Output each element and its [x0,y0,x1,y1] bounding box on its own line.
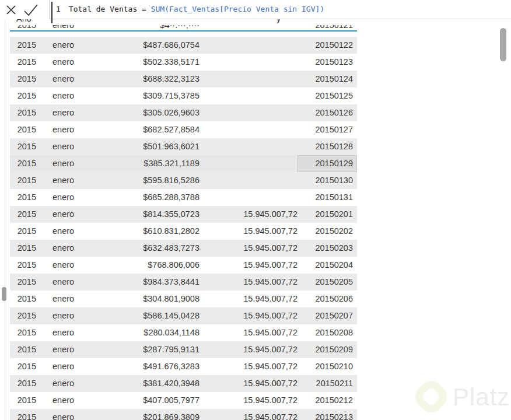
cell-ano[interactable]: 2015 [10,138,36,155]
cell-venta[interactable]: $305.026,9603 [88,104,200,121]
cell-mes[interactable]: enero [52,257,88,274]
cell-mes[interactable]: enero [52,54,88,71]
table-row[interactable]: 2015 enero $381.420,3948 15.945.007,72 2… [10,375,357,392]
cell-venta[interactable]: $632.483,7273 [88,240,200,257]
cell-fecha[interactable]: 20150121 [298,25,357,30]
cell-ano[interactable]: 2015 [10,54,36,71]
cell-ano[interactable]: 2015 [10,392,36,409]
cell-mes[interactable]: enero [52,25,88,30]
cell-ano[interactable]: 2015 [10,206,36,223]
cell-ano[interactable]: 2015 [10,324,36,341]
table-row[interactable]: 2015 enero $287.795,9131 15.945.007,72 2… [10,341,357,358]
cell-venta[interactable]: $502.338,5171 [88,54,200,71]
cell-venta[interactable]: $201.869,3809 [88,409,200,420]
cell-fecha[interactable]: 20150130 [298,172,357,189]
cell-ano[interactable]: 2015 [10,121,36,138]
table-row[interactable]: 2015 enero $632.483,7273 15.945.007,72 2… [10,240,357,257]
cell-unidades[interactable] [200,138,298,155]
cell-venta[interactable]: $610.831,2802 [88,223,200,240]
table-row[interactable]: 2015 enero $501.963,6021 20150128 [10,138,357,155]
table-row[interactable]: 2015 enero $487.686,0754 20150122 [10,37,357,54]
table-row[interactable]: 2015 enero $595.816,5286 20150130 [10,172,357,189]
table-row[interactable]: 2015 enero $304.801,9008 15.945.007,72 2… [10,290,357,307]
cell-unidades[interactable]: 15.945.007,72 [200,392,298,409]
cell-unidades[interactable]: 15.945.007,72 [200,358,298,375]
table-row[interactable]: 2015 enero $280.034,1148 15.945.007,72 2… [10,324,357,341]
table-row[interactable]: 2015 enero $586.145,0428 15.945.007,72 2… [10,307,357,324]
cell-venta[interactable]: $984.373,8441 [88,274,200,290]
cell-venta[interactable]: $287.795,9131 [88,341,200,358]
cell-fecha[interactable]: 20150131 [298,189,357,206]
cell-mes[interactable]: enero [52,290,88,307]
cell-ano[interactable]: 2015 [10,274,36,290]
cell-fecha[interactable]: 20150122 [298,37,357,54]
cell-unidades[interactable] [200,172,298,189]
cell-fecha[interactable]: 20150208 [298,324,357,341]
table-row[interactable]: 2015 enero $685.288,3788 20150131 [10,189,357,206]
cell-fecha[interactable]: 20150210 [298,358,357,375]
table-row[interactable]: 2015 enero $610.831,2802 15.945.007,72 2… [10,223,357,240]
cell-mes[interactable]: enero [52,392,88,409]
cell-venta[interactable]: $4··.···,···· [88,25,200,30]
cell-venta[interactable]: $688.322,3123 [88,71,200,88]
cell-ano[interactable]: 2015 [10,172,36,189]
cell-venta[interactable]: $280.034,1148 [88,324,200,341]
cell-unidades[interactable]: 15.945.007,72 [200,409,298,420]
cell-fecha[interactable]: 20150212 [298,392,357,409]
cell-mes[interactable]: enero [52,138,88,155]
cell-ano[interactable]: 2015 [10,307,36,324]
table-row[interactable]: 2015 enero $491.676,3283 15.945.007,72 2… [10,358,357,375]
cell-ano[interactable]: 2015 [10,257,36,274]
column-header-ano[interactable]: Año [16,19,32,23]
table-header-row[interactable]: Año y [10,19,357,25]
table-row[interactable]: 2015 enero $309.715,3785 20150125 [10,88,357,104]
cell-venta[interactable]: $586.145,0428 [88,307,200,324]
table-row[interactable]: 2015 enero $688.322,3123 20150124 [10,71,357,88]
cell-mes[interactable]: enero [52,375,88,392]
cell-unidades[interactable]: 15.945.007,72 [200,206,298,223]
table-row[interactable]: 2015 enero $305.026,9603 20150126 [10,104,357,121]
cell-mes[interactable]: enero [52,223,88,240]
cell-unidades[interactable] [200,88,298,104]
dax-formula-bar[interactable]: 1Total de Ventas = SUM(Fact_Ventas[Preci… [0,0,511,19]
cell-ano[interactable]: 2015 [10,290,36,307]
cell-fecha[interactable]: 20150203 [298,240,357,257]
cell-unidades[interactable] [200,37,298,54]
cell-venta[interactable]: $814.355,0723 [88,206,200,223]
cell-fecha[interactable]: 20150205 [298,274,357,290]
cell-fecha[interactable]: 20150211 [298,375,357,392]
splitter-grip-handle[interactable] [2,287,6,301]
cell-ano[interactable]: 2015 [10,341,36,358]
cell-fecha[interactable]: 20150123 [298,54,357,71]
cell-mes[interactable]: enero [52,121,88,138]
cell-unidades[interactable] [200,104,298,121]
cell-fecha[interactable]: 20150204 [298,257,357,274]
cancel-button[interactable] [2,2,20,18]
cell-unidades[interactable] [200,121,298,138]
cell-venta[interactable]: $595.816,5286 [88,172,200,189]
cell-unidades[interactable]: 15.945.007,72 [200,324,298,341]
cell-venta[interactable]: $407.005,7977 [88,392,200,409]
cell-fecha[interactable]: 20150213 [298,409,357,420]
cell-unidades[interactable]: 15.945.007,72 [200,375,298,392]
cell-ano[interactable]: 2015 [10,240,36,257]
cell-mes[interactable]: enero [52,172,88,189]
vertical-scrollbar-thumb[interactable] [500,28,506,61]
cell-ano[interactable]: 2015 [10,189,36,206]
table-row[interactable]: 2015 enero $201.869,3809 15.945.007,72 2… [10,409,357,420]
cell-mes[interactable]: enero [52,71,88,88]
table-row[interactable]: 2015 enero $385.321,1189 20150129 [10,155,357,172]
cell-mes[interactable]: enero [52,189,88,206]
cell-ano[interactable]: 2015 [10,88,36,104]
partial-table-row[interactable]: 2015 enero $4··.···,···· 20150121 [10,25,357,30]
table-row[interactable]: 2015 enero $502.338,5171 20150123 [10,54,357,71]
cell-fecha[interactable]: 20150129 [298,155,357,172]
formula-input[interactable]: 1Total de Ventas = SUM(Fact_Ventas[Preci… [56,0,324,19]
column-header-fragment[interactable]: y [276,19,281,23]
cell-fecha[interactable]: 20150202 [298,223,357,240]
cell-mes[interactable]: enero [52,240,88,257]
table-row[interactable]: 2015 enero $407.005,7977 15.945.007,72 2… [10,392,357,409]
cell-unidades[interactable]: 15.945.007,72 [200,290,298,307]
cell-unidades[interactable]: 15.945.007,72 [200,240,298,257]
cell-ano[interactable]: 2015 [10,223,36,240]
